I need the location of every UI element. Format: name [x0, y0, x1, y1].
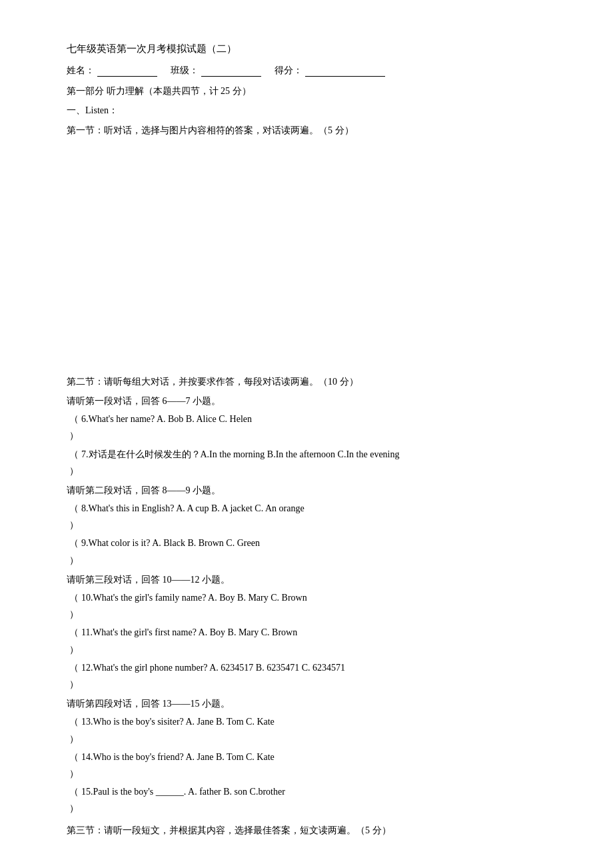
question-10-row: （ ） 10.What's the girl's family name? A.…	[67, 589, 560, 623]
question-12-row: （ ） 12.What's the girl phone number? A. …	[67, 659, 560, 693]
question-8-row: （ ） 8.What's this in English? A. A cup B…	[67, 500, 560, 533]
question-15-row: （ ） 15.Paul is the boy's ______. A. fath…	[67, 783, 560, 817]
q8-text: 8.What's this in English? A. A cup B. A …	[81, 500, 560, 517]
q14-paren: （ ）	[67, 749, 81, 782]
question-11-row: （ ） 11.What's the girl's first name? A. …	[67, 624, 560, 657]
class-label: 班级：	[171, 62, 199, 79]
document-container: 七年级英语第一次月考模拟试题（二） 姓名： 班级： 得分： 第一部分 听力理解（…	[67, 40, 560, 839]
q12-paren: （ ）	[67, 659, 81, 693]
q6-paren: （ ）	[67, 411, 81, 444]
q6-text: 6.What's her name? A. Bob B. Alice C. He…	[81, 411, 560, 427]
part1-header: 第一部分 听力理解（本题共四节，计 25 分）	[67, 83, 560, 99]
q9-paren: （ ）	[67, 535, 81, 568]
dialog4-group: 请听第四段对话，回答 13——15 小题。 （ ） 13.Who is the …	[67, 695, 560, 817]
info-row: 姓名： 班级： 得分：	[67, 62, 560, 79]
score-field-group: 得分：	[275, 62, 385, 79]
question-14-row: （ ） 14.Who is the boy's friend? A. Jane …	[67, 749, 560, 782]
q9-text: 9.What color is it? A. Black B. Brown C.…	[81, 535, 560, 551]
dialog2-group: 请听第二段对话，回答 8——9 小题。 （ ） 8.What's this in…	[67, 482, 560, 569]
section1-instruction: 第一节：听对话，选择与图片内容相符的答案，对话读两遍。（5 分）	[67, 122, 560, 139]
section1-header: 一、Listen：	[67, 102, 560, 119]
q10-paren: （ ）	[67, 589, 81, 623]
dialog3-group: 请听第三段对话，回答 10——12 小题。 （ ） 10.What's the …	[67, 571, 560, 693]
q11-text: 11.What's the girl's first name? A. Boy …	[81, 624, 560, 641]
q13-text: 13.Who is the boy's sisiter? A. Jane B. …	[81, 713, 560, 730]
q13-paren: （ ）	[67, 713, 81, 747]
section2-header: 第二节：请听每组大对话，并按要求作答，每段对话读两遍。（10 分）	[67, 373, 560, 390]
score-input-line	[305, 65, 385, 77]
dialog1-intro: 请听第一段对话，回答 6——7 小题。	[67, 393, 560, 409]
q7-text: 7.对话是在什么时候发生的？A.In the morning B.In the …	[81, 446, 560, 463]
q12-text: 12.What's the girl phone number? A. 6234…	[81, 659, 560, 676]
question-13-row: （ ） 13.Who is the boy's sisiter? A. Jane…	[67, 713, 560, 747]
q7-paren: （ ）	[67, 446, 81, 479]
class-field-group: 班级：	[171, 62, 261, 79]
dialog2-intro: 请听第二段对话，回答 8——9 小题。	[67, 482, 560, 499]
name-field-group: 姓名：	[67, 62, 157, 79]
name-input-line	[97, 65, 157, 77]
q14-text: 14.Who is the boy's friend? A. Jane B. T…	[81, 749, 560, 765]
score-label: 得分：	[275, 62, 303, 79]
listening-image-area	[67, 141, 560, 368]
q11-paren: （ ）	[67, 624, 81, 657]
section3-header: 第三节：请听一段短文，并根据其内容，选择最佳答案，短文读两遍。（5 分）	[67, 822, 560, 839]
q8-paren: （ ）	[67, 500, 81, 533]
question-7-row: （ ） 7.对话是在什么时候发生的？A.In the morning B.In …	[67, 446, 560, 479]
q10-text: 10.What's the girl's family name? A. Boy…	[81, 589, 560, 606]
document-title: 七年级英语第一次月考模拟试题（二）	[67, 40, 560, 58]
question-9-row: （ ） 9.What color is it? A. Black B. Brow…	[67, 535, 560, 568]
q15-text: 15.Paul is the boy's ______. A. father B…	[81, 783, 560, 800]
dialog4-intro: 请听第四段对话，回答 13——15 小题。	[67, 695, 560, 712]
class-input-line	[201, 65, 261, 77]
dialog3-intro: 请听第三段对话，回答 10——12 小题。	[67, 571, 560, 588]
dialog1-group: 请听第一段对话，回答 6——7 小题。 （ ） 6.What's her nam…	[67, 393, 560, 479]
q15-paren: （ ）	[67, 783, 81, 817]
question-6-row: （ ） 6.What's her name? A. Bob B. Alice C…	[67, 411, 560, 444]
name-label: 姓名：	[67, 62, 95, 79]
